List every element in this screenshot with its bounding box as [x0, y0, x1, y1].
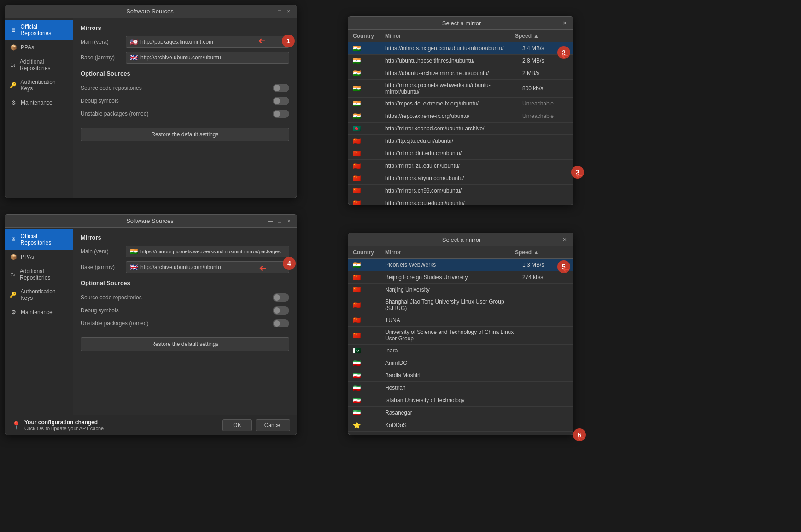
additional-icon-top: 🗂 — [10, 61, 16, 69]
base-mirror-input-top[interactable]: 🇬🇧 http://archive.ubuntu.com/ubuntu — [126, 52, 289, 64]
row-flag: 🇨🇳 — [353, 187, 385, 194]
ok-btn[interactable]: OK — [222, 419, 251, 431]
toggle-unstable-bottom[interactable]: Unstable packages (romeo) — [81, 317, 289, 330]
toggle-source-code-bottom[interactable]: Source code repositories — [81, 291, 289, 304]
sidebar-item-maintenance-top[interactable]: ⚙ Maintenance — [5, 95, 73, 110]
toggle-label-unstable-top: Unstable packages (romeo) — [81, 111, 148, 117]
toggle-source-code-switch-bottom[interactable] — [273, 293, 289, 302]
sidebar-top: 🖥 Official Repositories 📦 PPAs 🗂 Additio… — [5, 18, 73, 198]
table-row[interactable]: 🇮🇳 http://repos.del.extreme-ix.org/ubunt… — [348, 98, 573, 110]
toggle-source-code-switch-top[interactable] — [273, 84, 289, 92]
minimize-btn-top[interactable]: — — [267, 8, 274, 15]
arrow-6: ➜ — [577, 432, 585, 443]
row-flag: 🇧🇩 — [353, 125, 385, 132]
table-row[interactable]: 🇮🇷 Hostiran — [348, 382, 573, 394]
table-row[interactable]: 🇨🇳 http://mirrors.aliyun.com/ubuntu/ — [348, 172, 573, 185]
table-row[interactable]: 🇨🇳 http://ftp.sjtu.edu.cn/ubuntu/ — [348, 135, 573, 147]
sidebar-item-ppas-bottom[interactable]: 📦 PPAs — [5, 250, 73, 264]
row-flag: ⭐ — [353, 421, 385, 429]
toggle-debug-switch-bottom[interactable] — [273, 306, 289, 315]
table-row[interactable]: 🇧🇩 http://mirror.xeonbd.com/ubuntu-archi… — [348, 123, 573, 135]
close-btn-top[interactable]: × — [286, 8, 292, 15]
toggle-debug-top[interactable]: Debug symbols — [81, 94, 289, 107]
restore-btn-bottom[interactable]: Restore the default settings — [81, 337, 289, 351]
maintenance-icon-top: ⚙ — [10, 99, 17, 106]
main-mirror-row-bottom: Main (vera) 🇮🇳 https://mirrors.piconets.… — [81, 246, 289, 257]
table-row[interactable]: 🇮🇳 http://mirrors.piconets.webwerks.in/u… — [348, 80, 573, 98]
table-row[interactable]: 🇨🇳 http://mirror.dlut.edu.cn/ubuntu/ — [348, 147, 573, 160]
table-row[interactable]: 🇨🇳 http://mirrors.cn99.com/ubuntu/ — [348, 185, 573, 197]
toggle-label-unstable-bottom: Unstable packages (romeo) — [81, 320, 148, 327]
sidebar-item-additional-top[interactable]: 🗂 Additional Repositories — [5, 55, 73, 75]
table-row[interactable]: 🇮🇳 https://repo.extreme-ix.org/ubuntu/ U… — [348, 110, 573, 123]
row-mirror: http://mirror.dlut.edu.cn/ubuntu/ — [385, 150, 522, 157]
table-row[interactable]: 🇨🇳 TUNA — [348, 314, 573, 327]
table-row[interactable]: 🇨🇳 http://mirror.lzu.edu.cn/ubuntu/ — [348, 160, 573, 172]
window-controls-top[interactable]: — □ × — [267, 8, 292, 15]
cancel-notif-btn[interactable]: Cancel — [256, 419, 290, 431]
maximize-btn-bottom[interactable]: □ — [276, 218, 283, 224]
toggle-debug-switch-top[interactable] — [273, 97, 289, 105]
sidebar-item-maintenance-bottom[interactable]: ⚙ Maintenance — [5, 305, 73, 320]
sidebar-item-ppas-top[interactable]: 📦 PPAs — [5, 40, 73, 55]
row-flag: 🇮🇷 — [353, 359, 385, 367]
table-row[interactable]: 🇵🇰 Inara — [348, 345, 573, 357]
restore-btn-top[interactable]: Restore the default settings — [81, 128, 289, 141]
row-mirror: https://repo.extreme-ix.org/ubuntu/ — [385, 113, 522, 119]
row-flag: 🇮🇳 — [353, 45, 385, 52]
table-row[interactable]: 🇮🇩 DATAUTAMA-NET-ID — [348, 432, 573, 435]
close-btn-bottom[interactable]: × — [286, 218, 292, 224]
table-row[interactable]: 🇨🇳 Shanghai Jiao Tong University Linux U… — [348, 296, 573, 314]
table-row[interactable]: 🇮🇷 Bardia Moshiri — [348, 369, 573, 382]
row-flag: 🇨🇳 — [353, 301, 385, 309]
base-label-bottom: Base (jammy) — [81, 264, 122, 270]
software-sources-window-top: Software Sources — □ × 🖥 Official Reposi… — [5, 5, 297, 198]
table-row[interactable]: ⭐ KoDDoS — [348, 419, 573, 432]
table-row[interactable]: 🇨🇳 University of Science and Technology … — [348, 327, 573, 345]
dialog-close-btn-bottom[interactable]: × — [561, 236, 568, 243]
dialog-body-top: Country Mirror Speed ▲ 🇮🇳 https://mirror… — [348, 30, 573, 205]
table-row[interactable]: 🇮🇷 Rasanegar — [348, 407, 573, 419]
table-row[interactable]: 🇮🇳 https://ubuntu-archive.mirror.net.in/… — [348, 67, 573, 80]
sidebar-item-official-bottom[interactable]: 🖥 Official Repositories — [5, 229, 73, 250]
table-body-bottom[interactable]: 🇮🇳 PicoNets-WebWerks 1.3 MB/s 🇨🇳 Beijing… — [348, 259, 573, 435]
row-mirror: University of Science and Technology of … — [385, 329, 522, 342]
toggle-source-code-top[interactable]: Source code repositories — [81, 82, 289, 94]
mirror-dialog-bottom: Select a mirror × Country Mirror Speed ▲… — [348, 233, 573, 435]
table-row[interactable]: 🇮🇳 https://mirrors.nxtgen.com/ubuntu-mir… — [348, 42, 573, 55]
maximize-btn-top[interactable]: □ — [276, 8, 283, 15]
window-controls-bottom[interactable]: — □ × — [267, 218, 292, 224]
bottom-btns: OK Cancel — [222, 419, 290, 431]
sidebar-item-authkeys-bottom[interactable]: 🔑 Authentication Keys — [5, 285, 73, 305]
row-mirror: Isfahan University of Technology — [385, 397, 522, 403]
mirrors-title-bottom: Mirrors — [81, 234, 289, 241]
table-row[interactable]: 🇮🇳 http://ubuntu.hbcse.tifr.res.in/ubunt… — [348, 55, 573, 67]
sidebar-bottom: 🖥 Official Repositories 📦 PPAs 🗂 Additio… — [5, 228, 73, 415]
col-mirror-bottom: Mirror — [385, 249, 515, 256]
table-row[interactable]: 🇮🇳 PicoNets-WebWerks 1.3 MB/s — [348, 259, 573, 271]
table-row[interactable]: 🇮🇷 AminIDC — [348, 357, 573, 369]
sidebar-item-additional-bottom[interactable]: 🗂 Additional Repositories — [5, 264, 73, 285]
toggle-debug-bottom[interactable]: Debug symbols — [81, 304, 289, 317]
row-mirror: http://mirrors.cn99.com/ubuntu/ — [385, 187, 522, 194]
row-flag: 🇵🇰 — [353, 347, 385, 354]
ppas-icon-bottom: 📦 — [10, 253, 17, 261]
row-flag: 🇮🇷 — [353, 384, 385, 392]
toggle-unstable-switch-bottom[interactable] — [273, 319, 289, 327]
row-mirror: Bardia Moshiri — [385, 372, 522, 379]
row-mirror: Hostiran — [385, 385, 522, 391]
main-mirror-input-bottom[interactable]: 🇮🇳 https://mirrors.piconets.webwerks.in/… — [126, 246, 289, 257]
table-row[interactable]: 🇨🇳 http://mirrors.cqu.edu.cn/ubuntu/ — [348, 197, 573, 205]
minimize-btn-bottom[interactable]: — — [267, 218, 274, 224]
table-body-top[interactable]: 🇮🇳 https://mirrors.nxtgen.com/ubuntu-mir… — [348, 42, 573, 205]
toggle-unstable-top[interactable]: Unstable packages (romeo) — [81, 107, 289, 120]
row-mirror: http://repos.del.extreme-ix.org/ubuntu/ — [385, 100, 522, 107]
table-row[interactable]: 🇮🇷 Isfahan University of Technology — [348, 394, 573, 407]
table-row[interactable]: 🇨🇳 Nanjing University — [348, 284, 573, 296]
sidebar-item-authkeys-top[interactable]: 🔑 Authentication Keys — [5, 75, 73, 95]
row-flag: 🇮🇳 — [353, 57, 385, 64]
dialog-close-btn-top[interactable]: × — [561, 19, 568, 27]
table-row[interactable]: 🇨🇳 Beijing Foreign Studies University 27… — [348, 271, 573, 284]
sidebar-item-official-top[interactable]: 🖥 Official Repositories — [5, 20, 73, 40]
toggle-unstable-switch-top[interactable] — [273, 110, 289, 118]
